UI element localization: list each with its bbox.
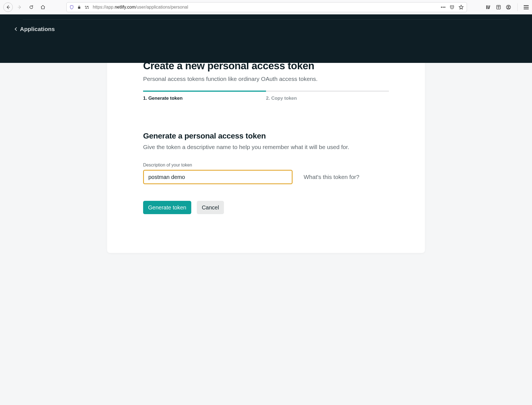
reload-button[interactable]	[27, 2, 36, 12]
svg-point-7	[444, 7, 445, 8]
address-bar-left-icons	[69, 5, 89, 10]
button-row: Generate token Cancel	[143, 201, 389, 214]
breadcrumb-label: Applications	[20, 26, 55, 32]
cancel-button[interactable]: Cancel	[197, 201, 224, 214]
home-icon	[40, 5, 45, 10]
url-prefix: https://app.	[93, 5, 115, 9]
star-icon[interactable]	[458, 4, 464, 10]
address-bar-right-icons	[441, 4, 464, 10]
svg-rect-9	[488, 5, 489, 9]
header-divider	[23, 19, 509, 20]
svg-rect-0	[78, 7, 80, 9]
account-icon[interactable]	[506, 4, 511, 10]
section-title: Generate a personal access token	[143, 132, 389, 140]
svg-point-18	[508, 6, 509, 7]
main-card: Create a new personal access token Perso…	[107, 35, 425, 253]
svg-rect-21	[524, 9, 529, 9]
token-description-hint: What's this token for?	[304, 174, 359, 180]
home-button[interactable]	[38, 2, 48, 12]
arrow-left-icon	[6, 5, 11, 10]
hamburger-icon[interactable]	[524, 5, 529, 9]
svg-point-6	[443, 7, 444, 8]
toolbar-divider	[517, 3, 518, 11]
svg-rect-2	[87, 6, 89, 6]
browser-toolbar: https://app.netlify.com/user/application…	[0, 0, 532, 14]
svg-rect-19	[524, 5, 529, 6]
breadcrumb-back[interactable]: Applications	[14, 26, 55, 32]
url-domain: netlify.com	[115, 5, 135, 9]
shield-icon	[69, 5, 74, 10]
chevron-left-icon	[14, 27, 17, 31]
generate-token-button[interactable]: Generate token	[143, 201, 191, 214]
token-description-label: Description of your token	[143, 163, 389, 168]
reader-icon[interactable]	[496, 5, 501, 10]
page-subtitle: Personal access tokens function like ord…	[143, 76, 389, 82]
toolbar-right	[486, 3, 529, 11]
token-description-input[interactable]	[143, 170, 293, 184]
token-description-row: What's this token for?	[143, 170, 389, 184]
svg-rect-8	[486, 5, 487, 9]
svg-rect-4	[85, 7, 87, 8]
section-subtitle: Give the token a descriptive name to hel…	[143, 144, 389, 150]
address-bar[interactable]: https://app.netlify.com/user/application…	[66, 2, 467, 12]
library-icon[interactable]	[486, 5, 491, 10]
app-header: Applications	[0, 14, 532, 63]
arrow-right-icon	[17, 5, 22, 10]
reload-icon	[29, 5, 34, 10]
svg-rect-10	[489, 5, 490, 9]
svg-rect-20	[524, 7, 529, 7]
back-button[interactable]	[3, 2, 13, 12]
forward-button[interactable]	[15, 2, 24, 12]
meatballs-icon[interactable]	[441, 6, 446, 8]
step-copy-token: 2. Copy token	[266, 91, 389, 101]
pocket-icon[interactable]	[450, 5, 454, 10]
url-display: https://app.netlify.com/user/application…	[93, 5, 437, 10]
svg-point-1	[85, 6, 86, 7]
svg-point-5	[441, 7, 442, 8]
url-path: /user/applications/personal	[135, 5, 188, 9]
svg-point-3	[88, 7, 89, 8]
permissions-icon	[84, 5, 89, 9]
step-generate-token[interactable]: 1. Generate token	[143, 91, 266, 101]
stepper: 1. Generate token 2. Copy token	[143, 91, 389, 101]
lock-icon	[77, 5, 81, 9]
